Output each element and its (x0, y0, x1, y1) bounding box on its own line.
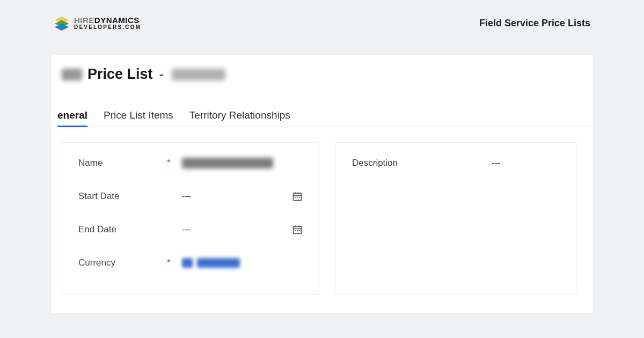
field-description-label: Description (352, 158, 481, 168)
tab-row: eneral Price List Items Territory Relati… (62, 109, 593, 127)
end-date-value: --- (182, 224, 191, 235)
form-right-panel: Description --- (335, 142, 577, 295)
form-area: Name * Start Date --- (51, 142, 577, 295)
record-title-separator: - (159, 66, 164, 83)
form-left-panel: Name * Start Date --- (62, 142, 319, 295)
brand-logo: HIREDYNAMICS DEVELOPERS.COM (54, 15, 141, 31)
record-name-redacted (172, 69, 225, 80)
field-currency-label: Currency (78, 258, 167, 268)
svg-rect-10 (294, 226, 302, 233)
svg-rect-7 (295, 197, 296, 198)
end-date-field[interactable]: --- (182, 224, 303, 235)
description-value[interactable]: --- (492, 158, 501, 168)
start-date-field[interactable]: --- (182, 191, 303, 202)
svg-rect-16 (299, 230, 301, 231)
field-start-date-row: Start Date --- (78, 189, 303, 204)
record-title: Price List (87, 66, 153, 83)
field-end-date-row: End Date --- (78, 222, 303, 237)
field-currency-row: Currency * (78, 255, 303, 270)
tab-general[interactable]: eneral (57, 109, 87, 127)
brand-logo-text: HIREDYNAMICS DEVELOPERS.COM (74, 16, 141, 30)
name-field[interactable] (182, 158, 303, 168)
tab-price-list-items[interactable]: Price List Items (104, 109, 173, 127)
svg-rect-8 (297, 197, 298, 198)
logo-text-prefix: HIRE (74, 16, 94, 25)
calendar-icon[interactable] (292, 224, 303, 235)
tab-territory-relationships[interactable]: Territory Relationships (189, 109, 290, 127)
logo-subtext-prefix: DEVELOPERS (74, 24, 122, 30)
entity-icon (62, 69, 82, 80)
header-bar: HIREDYNAMICS DEVELOPERS.COM Field Servic… (51, 15, 593, 31)
svg-rect-14 (295, 230, 296, 231)
stack-icon (54, 15, 70, 31)
currency-field[interactable] (182, 258, 303, 268)
page-title: Field Service Price Lists (479, 18, 590, 29)
currency-value-redacted (197, 258, 240, 268)
required-indicator: * (167, 258, 172, 268)
record-title-row: Price List - (62, 66, 577, 83)
logo-text-suffix: DYNAMICS (94, 16, 140, 25)
field-name-row: Name * (78, 156, 303, 171)
record-card: Price List - eneral Price List Items Ter… (51, 55, 593, 313)
field-start-date-label: Start Date (78, 191, 167, 202)
calendar-icon[interactable] (292, 191, 303, 202)
currency-lookup-icon (182, 258, 193, 268)
required-indicator: * (167, 158, 172, 168)
name-value-redacted (182, 158, 273, 168)
field-end-date-label: End Date (78, 224, 167, 235)
field-name-label: Name (78, 158, 167, 168)
start-date-value: --- (182, 191, 191, 202)
field-description-row: Description --- (352, 156, 560, 171)
svg-rect-3 (294, 193, 302, 200)
svg-rect-9 (299, 197, 301, 198)
svg-rect-15 (297, 230, 298, 231)
page-frame: HIREDYNAMICS DEVELOPERS.COM Field Servic… (0, 0, 644, 338)
logo-subtext-suffix: .COM (122, 24, 141, 30)
